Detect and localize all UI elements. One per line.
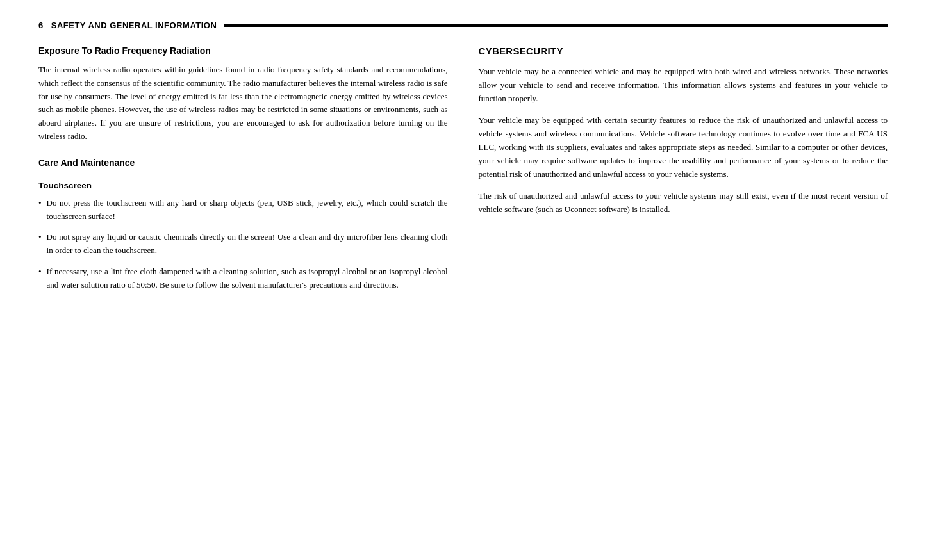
- bullet-list: • Do not press the touchscreen with any …: [38, 197, 448, 292]
- list-item: • Do not press the touchscreen with any …: [38, 197, 448, 224]
- header-divider: [224, 24, 888, 27]
- list-item: • If necessary, use a lint-free cloth da…: [38, 265, 448, 292]
- cybersecurity-section: CYBERSECURITY Your vehicle may be a conn…: [479, 45, 888, 217]
- care-section: Care And Maintenance Touchscreen • Do no…: [38, 158, 448, 292]
- bullet-text-1: Do not press the touchscreen with any ha…: [47, 197, 448, 224]
- cybersecurity-para-2: Your vehicle may be equipped with certai…: [479, 114, 888, 181]
- bullet-dot-2: •: [38, 231, 42, 244]
- exposure-section: Exposure To Radio Frequency Radiation Th…: [38, 45, 448, 144]
- touchscreen-title: Touchscreen: [38, 181, 448, 190]
- left-column: Exposure To Radio Frequency Radiation Th…: [38, 45, 448, 292]
- cybersecurity-title: CYBERSECURITY: [479, 45, 888, 56]
- bullet-dot-3: •: [38, 265, 42, 279]
- page: 6 SAFETY AND GENERAL INFORMATION Exposur…: [0, 0, 926, 560]
- section-title: SAFETY AND GENERAL INFORMATION: [51, 21, 217, 30]
- bullet-dot-1: •: [38, 197, 42, 210]
- right-column: CYBERSECURITY Your vehicle may be a conn…: [479, 45, 888, 292]
- bullet-text-3: If necessary, use a lint-free cloth damp…: [47, 265, 448, 292]
- cybersecurity-para-3: The risk of unauthorized and unlawful ac…: [479, 190, 888, 217]
- exposure-body: The internal wireless radio operates wit…: [38, 63, 448, 144]
- list-item: • Do not spray any liquid or caustic che…: [38, 231, 448, 258]
- page-header: 6 SAFETY AND GENERAL INFORMATION: [38, 21, 888, 30]
- page-number: 6: [38, 21, 44, 30]
- cybersecurity-para-1: Your vehicle may be a connected vehicle …: [479, 65, 888, 105]
- care-title: Care And Maintenance: [38, 158, 448, 168]
- bullet-text-2: Do not spray any liquid or caustic chemi…: [47, 231, 448, 258]
- exposure-title: Exposure To Radio Frequency Radiation: [38, 45, 448, 56]
- content-columns: Exposure To Radio Frequency Radiation Th…: [38, 45, 888, 292]
